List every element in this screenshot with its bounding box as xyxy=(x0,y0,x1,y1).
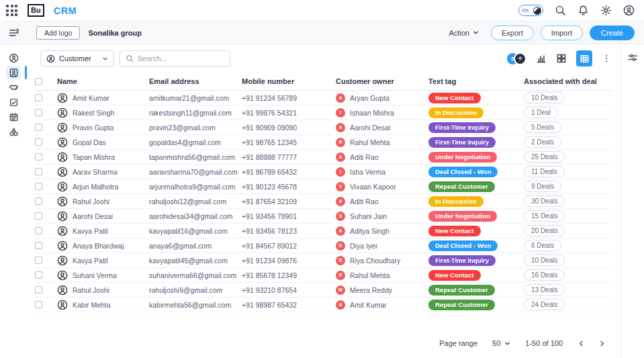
sidebar-item-contacts[interactable] xyxy=(0,50,27,65)
table-row[interactable]: Rahul Joshi rahuljoshi12@gmail.com +91 8… xyxy=(35,194,611,209)
sidebar-item-tasks[interactable] xyxy=(0,95,27,109)
row-checkbox[interactable] xyxy=(35,183,42,190)
email-cell: arjunmalhotra9@gmail.com xyxy=(149,183,236,191)
row-checkbox[interactable] xyxy=(35,138,42,146)
prev-page-button[interactable] xyxy=(578,340,585,347)
row-checkbox[interactable] xyxy=(35,168,42,175)
column-header-tag[interactable]: Text tag xyxy=(428,77,456,85)
column-header-name[interactable]: Name xyxy=(57,77,77,85)
table-row[interactable]: Kavya Patil kavyapatil16@gmail.com +91 9… xyxy=(35,224,611,238)
owner-avatar: I xyxy=(336,108,345,118)
row-checkbox[interactable] xyxy=(35,94,42,101)
app-launcher-icon[interactable] xyxy=(6,5,17,16)
search-icon[interactable] xyxy=(555,5,566,16)
bell-icon[interactable] xyxy=(578,5,589,16)
mobile-cell: +91 87654 32109 xyxy=(242,197,297,206)
gear-icon[interactable] xyxy=(600,5,612,16)
table-row[interactable]: Kabir Mehta kabirmehta56@gmail.com +91 9… xyxy=(35,298,611,312)
sidebar-item-calendar[interactable] xyxy=(0,109,27,124)
kanban-view-icon[interactable] xyxy=(556,53,567,64)
table-view-button[interactable] xyxy=(576,50,592,66)
column-header-email[interactable]: Email address xyxy=(149,77,199,85)
row-checkbox[interactable] xyxy=(35,124,42,131)
sidebar-item-customers[interactable] xyxy=(0,65,27,80)
row-checkbox[interactable] xyxy=(35,271,42,279)
member-avatar-stack[interactable]: S + xyxy=(507,52,526,65)
contact-name: Arjun Malhotra xyxy=(73,183,118,191)
owner-avatar: A xyxy=(336,123,345,132)
deals-badge: 9 Deals xyxy=(524,181,561,192)
deals-badge: 5 Deals xyxy=(524,122,561,133)
row-checkbox[interactable] xyxy=(35,197,42,205)
table-row[interactable]: Aarohi Desai aarohidesai34@gmail.com +91… xyxy=(35,209,611,224)
table-row[interactable]: Gopal Das gopaldas4@gmail.com +91 98765 … xyxy=(35,135,611,150)
row-checkbox[interactable] xyxy=(35,227,42,234)
table-header-row: Name Email address Mobile number Custome… xyxy=(35,73,611,91)
mobile-cell: +91 86789 65432 xyxy=(242,168,297,176)
table-row[interactable]: Tapan Mishra tapanmishra56@gmail.com +91… xyxy=(35,150,611,165)
contact-name: Rahul Joshi xyxy=(73,286,109,294)
column-header-mobile[interactable]: Mobile number xyxy=(242,77,294,85)
row-checkbox[interactable] xyxy=(35,212,42,220)
email-cell: kavyapatil45@gmail.com xyxy=(149,257,228,265)
email-cell: suhaniverma66@gmail.com xyxy=(149,271,236,279)
email-cell: tapanmishra56@gmail.com xyxy=(149,153,235,161)
contact-avatar-icon xyxy=(57,300,68,310)
sidebar-collapse-icon[interactable] xyxy=(8,27,20,39)
table-row[interactable]: Aarav Sharma aaravsharma70@gmail.com +91… xyxy=(35,165,611,179)
table-row[interactable]: Kavya Patil kavyapatil45@gmail.com +91 9… xyxy=(35,253,611,268)
row-checkbox[interactable] xyxy=(35,153,42,161)
add-logo-button[interactable]: Add logo xyxy=(36,26,80,40)
import-button[interactable]: Import xyxy=(541,26,583,40)
row-checkbox[interactable] xyxy=(35,242,42,249)
sidebar-item-deals[interactable] xyxy=(0,80,27,95)
search-input[interactable] xyxy=(138,54,218,62)
profile-icon[interactable] xyxy=(623,5,635,16)
sidebar-item-products[interactable] xyxy=(0,124,27,139)
table-row[interactable]: Rahul Joshi rahuljoshi9@gmail.com +91 93… xyxy=(35,283,611,298)
table-row[interactable]: Anaya Bhardwaj anaya6@gmail.com +91 8456… xyxy=(35,238,611,253)
page-size-select[interactable]: 50 xyxy=(492,339,510,347)
chart-view-icon[interactable] xyxy=(536,53,547,64)
add-member-icon[interactable]: + xyxy=(514,52,526,65)
select-all-checkbox[interactable] xyxy=(35,78,42,85)
row-checkbox[interactable] xyxy=(35,301,42,308)
dark-mode-toggle[interactable]: ON xyxy=(518,5,543,16)
contact-avatar-icon xyxy=(57,226,68,236)
text-tag: New Contact xyxy=(428,226,481,236)
mobile-cell: +91 93210 87654 xyxy=(242,286,297,294)
customer-table: Name Email address Mobile number Custome… xyxy=(35,73,620,358)
toggle-on-label: ON xyxy=(522,8,528,13)
contact-avatar-icon xyxy=(57,167,68,177)
column-header-deal[interactable]: Associated with deal xyxy=(524,77,597,85)
row-checkbox[interactable] xyxy=(35,257,42,264)
mobile-cell: +91 85678 12349 xyxy=(242,271,297,279)
contact-name: Tapan Mishra xyxy=(73,153,115,161)
table-row[interactable]: Arjun Malhotra arjunmalhotra9@gmail.com … xyxy=(35,179,611,194)
kebab-menu-icon[interactable] xyxy=(602,54,611,63)
tasks-check-icon xyxy=(6,95,21,109)
export-button[interactable]: Export xyxy=(491,26,534,40)
email-cell: kavyapatil16@gmail.com xyxy=(149,227,228,235)
row-checkbox[interactable] xyxy=(35,109,42,116)
table-row[interactable]: Amit Kumar amitkumar21@gmail.com +91 912… xyxy=(35,91,611,105)
contact-name: Kavya Patil xyxy=(73,227,108,235)
contact-avatar-icon xyxy=(57,196,68,207)
table-body: Amit Kumar amitkumar21@gmail.com +91 912… xyxy=(35,91,611,312)
entity-select[interactable]: Customer xyxy=(40,50,114,66)
row-checkbox[interactable] xyxy=(35,286,42,294)
column-header-owner[interactable]: Customer owner xyxy=(336,77,394,85)
action-dropdown[interactable]: Action xyxy=(449,29,479,37)
table-row[interactable]: Pravin Gupta pravin23@gmail.com +91 9090… xyxy=(35,120,611,135)
pagination-bar: Page range 50 1-50 of 100 xyxy=(35,332,611,358)
table-row[interactable]: Rakest Singh rakestsingh11@gmail.com +91… xyxy=(35,105,611,120)
table-view-icon xyxy=(580,54,590,64)
filter-icon[interactable] xyxy=(627,52,638,63)
next-page-button[interactable] xyxy=(598,340,606,347)
text-tag: Repeat Customer xyxy=(428,285,495,296)
table-row[interactable]: Suhani Verma suhaniverma66@gmail.com +91… xyxy=(35,268,611,283)
owner-name: Ishaan Mishra xyxy=(350,109,394,117)
chevron-down-icon xyxy=(102,56,108,62)
owner-avatar: I xyxy=(336,167,345,177)
create-button[interactable]: Create xyxy=(590,26,635,40)
